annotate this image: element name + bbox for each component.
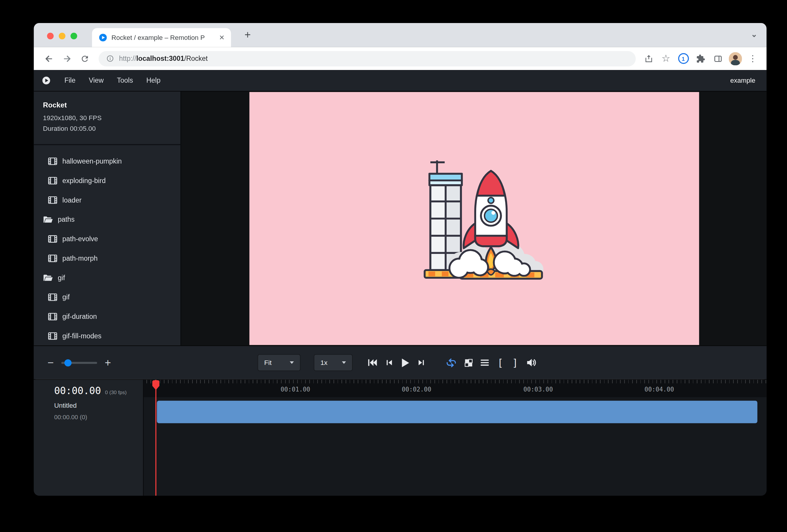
app-menubar: File View Tools Help example	[34, 70, 767, 91]
rows-icon[interactable]	[480, 359, 489, 366]
composition-item[interactable]: exploding-bird	[34, 171, 180, 190]
tab-close-icon[interactable]: ✕	[217, 34, 227, 41]
composition-title: Rocket	[43, 101, 171, 109]
preview-area	[182, 91, 767, 345]
zoom-slider[interactable]	[61, 362, 97, 364]
play-button[interactable]	[401, 358, 410, 368]
main-area: Rocket 1920x1080, 30 FPS Duration 00:05.…	[34, 91, 767, 345]
composition-item[interactable]: gif-duration	[34, 307, 180, 326]
current-frame-info: 0 (30 fps)	[105, 389, 127, 395]
composition-item[interactable]: path-evolve	[34, 229, 180, 249]
compositions-sidebar: Rocket 1920x1080, 30 FPS Duration 00:05.…	[34, 91, 181, 345]
film-icon	[48, 293, 57, 301]
composition-list: halloween-pumpkin exploding-bird loader …	[34, 145, 180, 346]
share-icon[interactable]	[641, 51, 656, 66]
tab-search-chevron-icon[interactable]: ⌄	[751, 29, 758, 39]
timeline-tracks-area[interactable]: 00:01.00 00:02.00 00:03.00 00:04.00	[144, 380, 766, 496]
browser-toolbar: http://localhost:3001/Rocket ☆ 1	[34, 47, 767, 70]
ruler-ticks	[144, 380, 766, 383]
current-timecode: 00:00.00	[54, 385, 101, 396]
new-tab-button[interactable]: +	[241, 29, 254, 41]
film-icon	[48, 332, 57, 340]
transport-controls	[367, 346, 426, 379]
ruler-label: 00:03.00	[524, 386, 553, 393]
track-time: 00:00.00 (0)	[54, 413, 143, 421]
extensions-puzzle-icon[interactable]	[693, 51, 708, 66]
playback-rate-select[interactable]: 1x	[314, 354, 353, 371]
close-window-button[interactable]	[47, 33, 54, 40]
film-icon	[48, 254, 57, 262]
player-toggles: [ ]	[446, 346, 537, 379]
out-point-button[interactable]: ]	[512, 357, 519, 368]
size-select[interactable]: Fit	[258, 354, 300, 371]
screen: Rocket / example – Remotion P ✕ + ⌄	[0, 0, 787, 532]
film-icon	[48, 235, 57, 242]
composition-item[interactable]: gif-fill-modes	[34, 326, 180, 346]
menu-tools[interactable]: Tools	[110, 77, 140, 84]
in-point-button[interactable]: [	[497, 357, 504, 368]
menu-file[interactable]: File	[58, 77, 82, 84]
loop-icon[interactable]	[446, 358, 457, 367]
film-icon	[48, 157, 57, 165]
site-info-icon[interactable]	[106, 55, 114, 62]
composition-folder[interactable]: paths	[34, 210, 180, 229]
timeline-track-bar[interactable]	[157, 401, 757, 423]
composition-item[interactable]: gif	[34, 287, 180, 307]
ruler-label: 00:01.00	[281, 386, 310, 393]
zoom-slider-knob[interactable]	[64, 359, 71, 366]
volume-icon[interactable]	[526, 358, 537, 367]
browser-tab[interactable]: Rocket / example – Remotion P ✕	[92, 28, 231, 47]
zoom-controls: − +	[46, 346, 112, 379]
back-button[interactable]	[40, 49, 58, 68]
track-name: Untitled	[54, 402, 143, 409]
chevron-down-icon	[290, 361, 294, 364]
film-icon	[48, 196, 57, 204]
menu-view[interactable]: View	[82, 77, 110, 84]
composition-item[interactable]: loader	[34, 190, 180, 210]
profile-avatar[interactable]	[729, 52, 742, 65]
tab-favicon-icon	[99, 34, 107, 41]
composition-resolution: 1920x1080, 30 FPS	[43, 112, 171, 123]
transparency-checkerboard-icon[interactable]	[465, 358, 473, 367]
folder-open-icon	[43, 274, 53, 281]
tab-title: Rocket / example – Remotion P	[111, 34, 217, 41]
video-canvas	[249, 92, 699, 345]
forward-button[interactable]	[58, 49, 76, 68]
timeline-info-panel: 00:00.00 0 (30 fps) Untitled 00:00.00 (0…	[34, 380, 144, 496]
project-name-label[interactable]: example	[730, 77, 758, 84]
url-text: http://localhost:3001/Rocket	[119, 55, 208, 62]
toolbar-right: ☆ 1 ⋮	[641, 51, 761, 66]
remotion-logo-icon	[42, 76, 50, 85]
jump-to-start-button[interactable]	[367, 358, 377, 367]
rocket-illustration	[402, 152, 546, 285]
browser-menu-icon[interactable]: ⋮	[745, 51, 761, 66]
composition-info: Rocket 1920x1080, 30 FPS Duration 00:05.…	[34, 91, 180, 134]
ruler-label: 00:02.00	[402, 386, 431, 393]
composition-duration: Duration 00:05.00	[43, 123, 171, 134]
composition-item[interactable]: halloween-pumpkin	[34, 151, 180, 171]
ruler-label: 00:04.00	[644, 386, 674, 393]
composition-folder[interactable]: gif	[34, 268, 180, 287]
address-bar[interactable]: http://localhost:3001/Rocket	[99, 51, 636, 66]
zoom-out-button[interactable]: −	[46, 357, 55, 369]
menu-help[interactable]: Help	[140, 77, 167, 84]
next-frame-button[interactable]	[418, 359, 426, 366]
tab-strip: Rocket / example – Remotion P ✕ + ⌄	[34, 23, 767, 47]
side-panel-icon[interactable]	[710, 51, 726, 66]
composition-item[interactable]: path-morph	[34, 248, 180, 268]
minimize-window-button[interactable]	[59, 33, 66, 40]
zoom-in-button[interactable]: +	[103, 357, 112, 369]
film-icon	[48, 313, 57, 320]
folder-open-icon	[43, 215, 53, 223]
onepassword-extension-icon[interactable]: 1	[676, 51, 691, 66]
bookmark-star-icon[interactable]: ☆	[658, 51, 674, 66]
chevron-down-icon	[342, 361, 346, 364]
playhead[interactable]	[155, 380, 156, 496]
browser-window: Rocket / example – Remotion P ✕ + ⌄	[34, 23, 767, 496]
zoom-window-button[interactable]	[70, 33, 77, 40]
film-icon	[48, 176, 57, 184]
timeline-ruler[interactable]: 00:01.00 00:02.00 00:03.00 00:04.00	[144, 380, 766, 397]
reload-button[interactable]	[76, 49, 93, 68]
traffic-lights	[47, 33, 77, 40]
previous-frame-button[interactable]	[385, 359, 393, 366]
